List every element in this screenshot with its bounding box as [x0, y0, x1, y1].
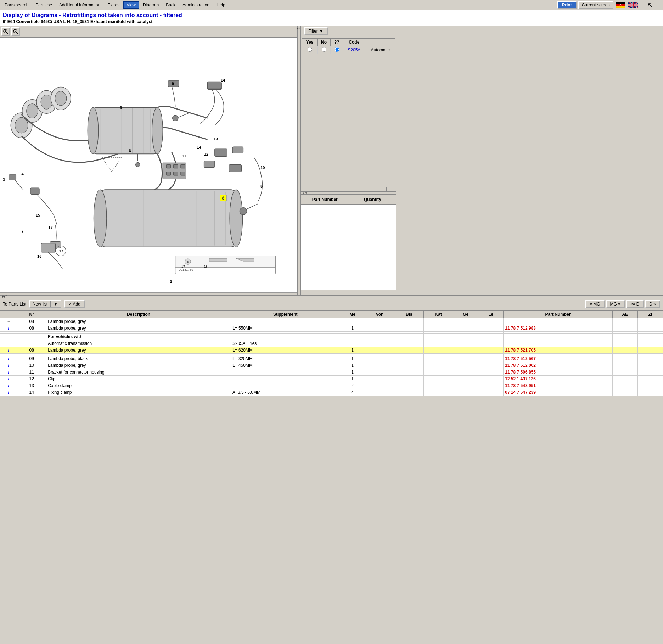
svg-text:2: 2 — [170, 279, 172, 284]
col-von: Von — [365, 311, 394, 318]
row-icon[interactable]: i — [0, 369, 17, 376]
pn-hscrollbar[interactable] — [301, 290, 396, 295]
info-icon[interactable]: i — [8, 370, 9, 375]
svg-point-38 — [173, 115, 178, 121]
row-icon[interactable]: i — [0, 382, 17, 389]
table-row[interactable]: −08Lambda probe, grey — [0, 318, 663, 325]
filter-code[interactable]: S205A — [343, 46, 365, 54]
table-row[interactable]: i08Lambda probe, greyL= 620MM111 78 7 52… — [0, 347, 663, 354]
current-screen-button[interactable]: Current screen — [578, 1, 613, 9]
table-row[interactable]: i14Fixing clampA=3,5 - 6,0MM407 14 7 547… — [0, 389, 663, 396]
svg-text:11: 11 — [182, 154, 187, 158]
row-bis — [394, 362, 424, 369]
row-part-number — [504, 334, 613, 340]
new-list-dropdown[interactable]: ▼ — [50, 301, 61, 307]
filter-col-no: No — [318, 39, 331, 46]
row-kat — [424, 334, 453, 340]
menu-extras[interactable]: Extras — [104, 1, 123, 9]
table-row[interactable]: For vehicles with — [0, 334, 663, 340]
new-list-button[interactable]: New list ▼ — [29, 300, 61, 308]
filter-button[interactable]: Filter ▼ — [304, 27, 328, 35]
zoom-out-button[interactable] — [11, 27, 20, 36]
diagram-image[interactable]: 8 1 — [0, 38, 297, 292]
nav-d-next[interactable]: D » — [645, 300, 660, 308]
row-icon[interactable]: i — [0, 325, 17, 332]
flag-icon-gb[interactable] — [628, 1, 639, 9]
menu-back[interactable]: Back — [163, 1, 179, 9]
row-icon[interactable]: i — [0, 389, 17, 396]
diagram-bottom-handle[interactable]: ▲▼ — [0, 292, 297, 295]
menu-additional-info[interactable]: Additional Information — [56, 1, 103, 9]
table-row[interactable]: i12Clip112 52 1 437 136 — [0, 376, 663, 382]
print-button[interactable]: Print — [557, 1, 577, 9]
info-icon[interactable]: i — [8, 348, 9, 353]
table-row[interactable]: Automatic transmissionS205A = Yes — [0, 340, 663, 347]
parts-table-container[interactable]: Nr Description Supplement Me Von Bis Kat… — [0, 310, 663, 396]
menu-diagram[interactable]: Diagram — [140, 1, 162, 9]
menu-parts-search[interactable]: Parts search — [1, 1, 32, 9]
info-icon[interactable]: i — [8, 376, 9, 381]
nav-mg-next[interactable]: MG » — [606, 300, 625, 308]
row-ge — [453, 340, 478, 347]
row-kat — [424, 325, 453, 332]
svg-rect-92 — [208, 82, 221, 89]
bottom-section: To Parts List New list ▼ ✓ Add « MG MG »… — [0, 298, 663, 396]
row-ge — [453, 382, 478, 389]
row-icon[interactable]: i — [0, 362, 17, 369]
page-subtitle: 6' E64 Convertible 645Ci USA L N: 18_053… — [3, 19, 660, 24]
flag-icon-de[interactable]: A — [615, 1, 626, 9]
table-row[interactable]: i11Bracket for connector housing111 78 7… — [0, 369, 663, 376]
row-zi: I — [637, 382, 663, 389]
row-nr: 12 — [17, 376, 46, 382]
svg-rect-29 — [93, 107, 158, 154]
row-icon[interactable] — [0, 340, 17, 347]
filter-row: S205A Automatic — [302, 46, 395, 54]
row-icon[interactable]: i — [0, 347, 17, 354]
table-row[interactable]: i10Lambda probe, greyL= 450MM111 78 7 51… — [0, 362, 663, 369]
row-icon[interactable]: i — [0, 376, 17, 382]
row-icon[interactable]: − — [0, 318, 17, 325]
info-icon[interactable]: i — [8, 326, 9, 331]
row-zi — [637, 389, 663, 396]
filter-radio-maybe[interactable] — [331, 46, 343, 54]
vertical-splitter[interactable]: ◄► — [298, 26, 300, 295]
row-ge — [453, 376, 478, 382]
horizontal-splitter[interactable]: ◄► — [0, 295, 663, 298]
svg-text:5: 5 — [260, 184, 263, 189]
table-row[interactable]: i08Lambda probe, greyL= 550MM111 78 7 51… — [0, 325, 663, 332]
nav-mg-prev[interactable]: « MG — [585, 300, 604, 308]
filter-radio-yes[interactable] — [302, 46, 318, 54]
table-row[interactable]: i13Cable clamp211 78 7 548 951I — [0, 382, 663, 389]
zoom-in-button[interactable] — [1, 27, 10, 36]
diagram-toolbar — [0, 26, 297, 38]
row-supplement — [231, 318, 340, 325]
add-button[interactable]: ✓ Add — [64, 300, 85, 308]
filter-radio-no[interactable] — [318, 46, 331, 54]
info-icon[interactable]: i — [8, 363, 9, 368]
info-icon[interactable]: i — [8, 383, 9, 388]
parts-table: Nr Description Supplement Me Von Bis Kat… — [0, 310, 663, 396]
filter-col-code: Code — [343, 39, 365, 46]
row-le — [478, 376, 504, 382]
row-zi — [637, 347, 663, 354]
menu-part-use[interactable]: Part Use — [32, 1, 55, 9]
row-le — [478, 362, 504, 369]
table-row[interactable]: i09Lambda probe, blackL= 325MM111 78 7 5… — [0, 355, 663, 362]
row-me: 2 — [340, 382, 365, 389]
filter-hscrollbar[interactable] — [301, 186, 396, 191]
menu-view[interactable]: View — [123, 1, 139, 9]
info-icon[interactable]: i — [8, 390, 9, 395]
row-icon[interactable]: i — [0, 355, 17, 362]
nav-d-prev[interactable]: «« D — [626, 300, 644, 308]
row-zi — [637, 325, 663, 332]
info-icon[interactable]: i — [8, 356, 9, 361]
row-icon[interactable] — [0, 334, 17, 340]
menu-administration[interactable]: Administration — [179, 1, 213, 9]
row-nr: 14 — [17, 389, 46, 396]
minus-icon[interactable]: − — [7, 319, 10, 324]
filter-drag-handle[interactable]: ▲▼ — [301, 191, 396, 194]
row-bis — [394, 355, 424, 362]
menu-help[interactable]: Help — [213, 1, 229, 9]
row-von — [365, 376, 394, 382]
col-me: Me — [340, 311, 365, 318]
